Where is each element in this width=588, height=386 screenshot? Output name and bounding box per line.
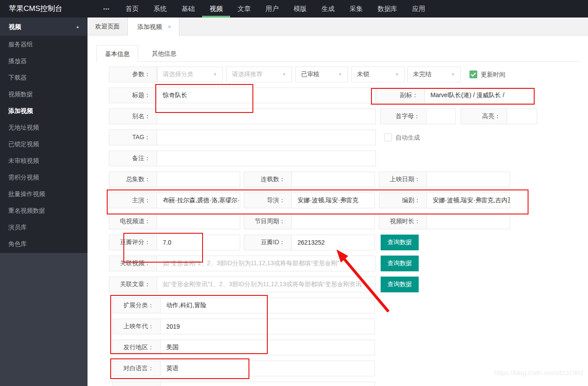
sidebar-item-unaudited-video[interactable]: 未审核视频 [0,152,88,169]
douban-id-field: 豆瓣ID： 26213252 [244,235,375,250]
audit-status-select[interactable]: 已审核▼ [295,67,348,82]
param-label-cell: 参数： [109,67,158,82]
dialogue-language-input[interactable]: 英语 [161,361,374,376]
director-input[interactable]: 安娜·波顿,瑞安·弗雷克 [292,193,374,208]
tab-welcome-page[interactable]: 欢迎页面 [88,18,128,35]
sidebar-item-downloader[interactable]: 下载器 [0,69,88,86]
nav-item-collect[interactable]: 采集 [342,0,370,18]
sidebar-item-role-library[interactable]: 角色库 [0,235,88,252]
check-icon [471,72,476,77]
actors-input[interactable]: 布丽·拉尔森,裘德·洛,塞缪尔·杰 [157,193,240,208]
douban-id-input[interactable]: 26213252 [292,235,374,250]
watermark-text: https://blog.csdn.net/sd231902 [494,369,584,376]
release-region-input[interactable]: 美国 [161,340,374,355]
sidebar-item-duplicate-video[interactable]: 重名视频数据 [0,202,88,219]
total-episodes-label: 总集数： [109,172,157,187]
auto-generate-checkbox[interactable] [384,133,392,141]
nav-item-article[interactable]: 文章 [230,0,258,18]
sidebar-item-actor-library[interactable]: 演员库 [0,219,88,235]
sidebar-group-video[interactable]: 视频 ▲ [0,18,88,36]
category-select[interactable]: 请选择分类▼ [157,67,223,82]
writer-input[interactable]: 安娜·波顿,瑞安·弗雷克,吉内瓦 [427,193,510,208]
duration-label: 视频时长： [379,214,427,229]
tab-add-video[interactable]: 添加视频× [128,18,179,36]
nav-item-user[interactable]: 用户 [258,0,286,18]
nav-item-system[interactable]: 系统 [146,0,174,18]
query-douban-button[interactable]: 查询数据 [381,235,419,250]
nav-item-video[interactable]: 视频 [202,0,230,18]
tv-channel-input[interactable] [157,214,240,229]
update-time-checkbox[interactable] [469,70,477,78]
release-region-field: 发行地区： 美国 [112,340,375,355]
chevron-down-icon: ▼ [338,72,342,77]
subtitle-field: 副标： Marvel队长(港) / 漫威队长 / [377,88,534,103]
initial-input[interactable] [427,109,455,124]
nav-item-database[interactable]: 数据库 [370,0,405,18]
release-date-label: 上映日期： [379,172,427,187]
page: 苹果CMS控制台 ••• 首页 系统 基础 视频 文章 用户 模版 生成 采集 … [0,0,588,386]
release-year-input[interactable]: 2019 [161,319,374,334]
update-time-label: 更新时间 [481,70,505,78]
total-episodes-input[interactable] [157,172,240,187]
release-date-input[interactable] [427,172,510,187]
sidebar-item-player[interactable]: 播放器 [0,53,88,69]
related-video-field: 关联视频： 如“变形金刚”1、2、3部ID分别为11,12,13或将每部都填“变… [109,256,375,271]
title-input[interactable]: 惊奇队长 [157,88,375,103]
alias-input[interactable] [157,109,375,124]
query-related-article-button[interactable]: 查询数据 [381,277,419,292]
program-cycle-input[interactable] [292,214,374,229]
remark-label: 备注： [109,151,157,166]
recommend-select[interactable]: 请选择推荐▼ [226,67,292,82]
partial-bottom-input[interactable] [161,382,374,386]
remark-input[interactable] [157,151,375,166]
chevron-down-icon: ▼ [395,72,399,77]
nav-item-template[interactable]: 模版 [286,0,314,18]
partial-bottom-label [113,382,161,386]
total-episodes-field: 总集数： [109,172,240,187]
tab-basic-info[interactable]: 基本信息 [96,45,138,62]
tag-field: TAG： [109,130,376,145]
release-year-field: 上映年代： 2019 [112,319,375,334]
related-video-label: 关联视频： [109,256,157,271]
app-title: 苹果CMS控制台 [9,0,63,18]
nav-item-generate[interactable]: 生成 [314,0,342,18]
tag-input[interactable] [157,130,375,145]
release-date-field: 上映日期： [379,172,510,187]
highlight-input[interactable] [507,109,537,124]
actors-field: 主演： 布丽·拉尔森,裘德·洛,塞缪尔·杰 [109,193,240,208]
sidebar-item-batch-operate[interactable]: 批量操作视频 [0,186,88,202]
subtitle-input[interactable]: Marvel队长(港) / 漫威队长 / [425,88,534,103]
program-cycle-field: 节目周期： [244,214,375,229]
nav-item-home[interactable]: 首页 [118,0,146,18]
related-video-input[interactable]: 如“变形金刚”1、2、3部ID分别为11,12,13或将每部都填“变形金刚” [157,256,375,271]
nav-item-app[interactable]: 应用 [405,0,433,18]
chevron-down-icon: ▼ [213,72,217,77]
highlight-label: 高亮： [461,109,507,124]
chevron-down-icon: ▼ [282,72,286,77]
nav-item-basic[interactable]: 基础 [174,0,202,18]
sidebar-item-video-data[interactable]: 视频数据 [0,86,88,102]
sidebar-item-locked-video[interactable]: 已锁定视频 [0,136,88,152]
duration-input[interactable] [427,214,510,229]
sidebar-item-no-address-video[interactable]: 无地址视频 [0,119,88,136]
sidebar-item-add-video[interactable]: 添加视频 [0,102,88,119]
sidebar-item-server-group[interactable]: 服务器组 [0,36,88,53]
finish-status-select[interactable]: 未完结▼ [407,67,461,82]
ext-class-label: 扩展分类： [113,298,161,313]
lock-status-select[interactable]: 未锁▼ [351,67,405,82]
serial-count-input[interactable] [292,172,374,187]
tab-close-icon[interactable]: × [168,23,172,30]
related-article-input[interactable]: 如“变形金刚资讯”1、2、3部ID分别为11,12,13或将每部都填“变形金刚资… [157,277,375,292]
director-label: 导演： [244,193,292,208]
sidebar-item-points-video[interactable]: 需积分视频 [0,169,88,186]
release-year-label: 上映年代： [113,319,161,334]
douban-score-input[interactable]: 7.0 [157,235,240,250]
alias-field: 别名： [109,109,376,124]
query-related-video-button[interactable]: 查询数据 [381,256,419,271]
tab-other-info[interactable]: 其他信息 [138,45,190,62]
more-menu-icon[interactable]: ••• [103,0,110,18]
director-field: 导演： 安娜·波顿,瑞安·弗雷克 [244,193,375,208]
serial-count-field: 连载数： [244,172,375,187]
remark-field: 备注： [109,151,376,166]
ext-class-input[interactable]: 动作,科幻,冒险 [161,298,374,313]
